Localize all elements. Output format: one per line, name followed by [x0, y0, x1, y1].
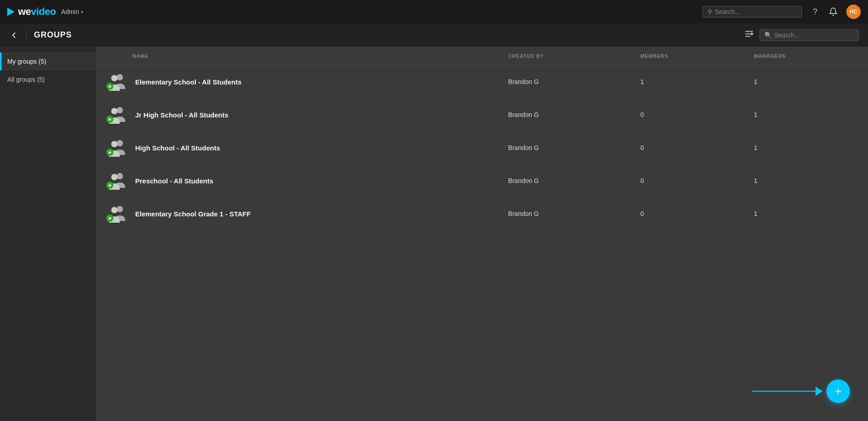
search-input[interactable] [715, 8, 797, 15]
subheader: GROUPS 🔍 [0, 23, 868, 47]
group-members-3: 0 [632, 164, 745, 197]
header-divider [26, 28, 27, 42]
col-name-header: NAME [96, 47, 499, 65]
back-button[interactable] [9, 30, 19, 40]
col-managers-header: MANAGERS [745, 47, 868, 65]
group-created-by-3: Brandon G [499, 164, 632, 197]
group-members-0: 1 [632, 65, 745, 98]
group-managers-0: 1 [745, 65, 868, 98]
table-row[interactable]: ★ Elementary School - All Students Brand… [96, 65, 868, 98]
topnav-right: ⚲ ? HC [703, 5, 861, 19]
help-icon[interactable]: ? [810, 7, 820, 17]
logo-text: wevideo [18, 6, 56, 18]
group-managers-2: 1 [745, 131, 868, 164]
bell-icon[interactable] [828, 7, 838, 17]
svg-text:★: ★ [108, 150, 112, 155]
svg-point-8 [111, 108, 118, 114]
table-header-row: NAME CREATED BY MEMBERS MANAGERS [96, 47, 868, 65]
admin-chevron-icon: ▾ [81, 9, 83, 14]
subheader-right: 🔍 [744, 29, 859, 41]
group-created-by-0: Brandon G [499, 65, 632, 98]
topnav: wevideo Admin ▾ ⚲ ? HC [0, 0, 868, 23]
group-managers-3: 1 [745, 164, 868, 197]
svg-point-7 [117, 107, 123, 113]
table-row[interactable]: ★ Preschool - All Students Brandon G01 [96, 164, 868, 197]
group-name-text-0: Elementary School - All Students [135, 78, 241, 86]
table-row[interactable]: ★ High School - All Students Brandon G01 [96, 131, 868, 164]
sidebar: My groups (5) All groups (5) [0, 47, 96, 421]
group-name-cell-3: ★ Preschool - All Students [96, 164, 499, 197]
header-search-icon: 🔍 [764, 32, 772, 38]
group-name-cell-1: ★ Jr High School - All Students [96, 98, 499, 131]
fab-container: + [752, 379, 850, 403]
svg-point-3 [117, 74, 123, 80]
groups-table: NAME CREATED BY MEMBERS MANAGERS [96, 47, 868, 230]
group-managers-1: 1 [745, 98, 868, 131]
page-title: GROUPS [34, 30, 72, 40]
group-icon-1: ★ [105, 105, 128, 125]
content-area: NAME CREATED BY MEMBERS MANAGERS [96, 47, 868, 421]
svg-point-11 [117, 140, 123, 146]
group-name-cell-2: ★ High School - All Students [96, 131, 499, 164]
avatar[interactable]: HC [846, 5, 861, 19]
logo-area: wevideo [7, 6, 56, 18]
admin-label-text: Admin [61, 8, 79, 15]
svg-text:★: ★ [108, 117, 112, 122]
group-members-2: 0 [632, 131, 745, 164]
logo-play-icon [7, 8, 14, 16]
header-search-input[interactable] [774, 32, 847, 39]
sidebar-item-all-groups-label: All groups (5) [7, 76, 45, 83]
group-created-by-2: Brandon G [499, 131, 632, 164]
svg-point-20 [111, 207, 118, 213]
sidebar-item-my-groups-label: My groups (5) [7, 58, 46, 65]
svg-point-4 [111, 75, 118, 81]
group-icon-0: ★ [105, 72, 128, 92]
group-icon-2: ★ [105, 138, 128, 158]
group-icon-3: ★ [105, 171, 128, 191]
group-created-by-1: Brandon G [499, 98, 632, 131]
col-members-header: MEMBERS [632, 47, 745, 65]
svg-point-12 [111, 141, 118, 147]
main-layout: My groups (5) All groups (5) NAME CREATE… [0, 47, 868, 421]
group-name-cell-0: ★ Elementary School - All Students [96, 65, 499, 98]
group-managers-4: 1 [745, 197, 868, 230]
sidebar-item-all-groups[interactable]: All groups (5) [0, 70, 96, 89]
svg-text:★: ★ [108, 215, 112, 221]
svg-point-15 [117, 173, 123, 179]
fab-arrow-head [816, 387, 823, 396]
table-row[interactable]: ★ Jr High School - All Students Brandon … [96, 98, 868, 131]
group-name-text-2: High School - All Students [135, 144, 220, 152]
svg-point-16 [111, 174, 118, 180]
search-icon: ⚲ [708, 8, 712, 15]
group-members-4: 0 [632, 197, 745, 230]
group-name-text-4: Elementary School Grade 1 - STAFF [135, 210, 251, 218]
group-members-1: 0 [632, 98, 745, 131]
svg-point-19 [117, 206, 123, 212]
header-search-box[interactable]: 🔍 [760, 29, 859, 41]
group-name-text-1: Jr High School - All Students [135, 111, 228, 119]
admin-menu[interactable]: Admin ▾ [61, 8, 83, 15]
sidebar-item-my-groups[interactable]: My groups (5) [0, 52, 96, 70]
fab-arrow [752, 387, 823, 396]
group-created-by-4: Brandon G [499, 197, 632, 230]
group-name-text-3: Preschool - All Students [135, 177, 213, 185]
svg-text:★: ★ [108, 84, 112, 89]
group-icon-4: ★ [105, 204, 128, 224]
svg-text:★: ★ [108, 182, 112, 188]
table-row[interactable]: ★ Elementary School Grade 1 - STAFF Bran… [96, 197, 868, 230]
list-view-icon[interactable] [744, 29, 754, 41]
search-box[interactable]: ⚲ [703, 6, 802, 18]
col-created-by-header: CREATED BY [499, 47, 632, 65]
group-name-cell-4: ★ Elementary School Grade 1 - STAFF [96, 197, 499, 230]
add-group-button[interactable]: + [826, 379, 850, 403]
fab-arrow-line [752, 391, 816, 392]
